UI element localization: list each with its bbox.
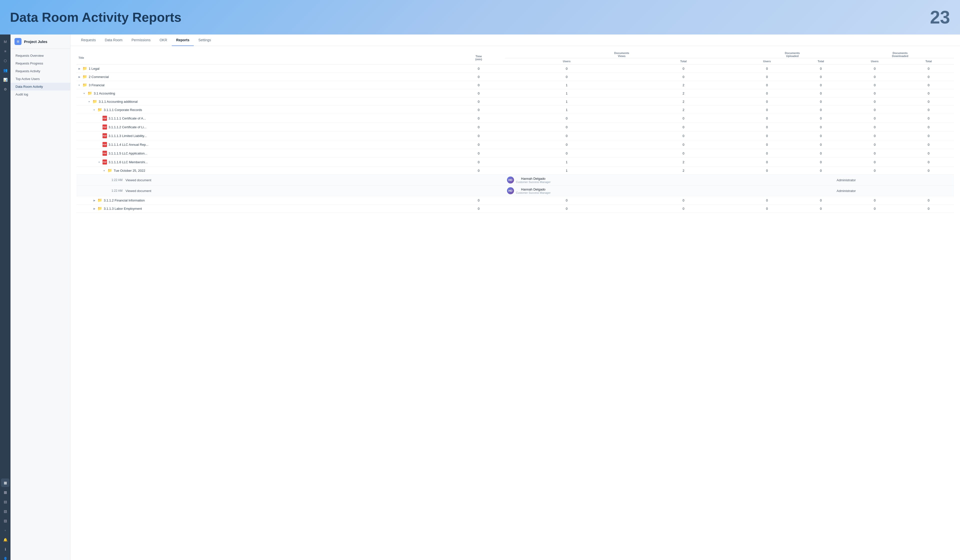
row-du-total: 0 — [795, 81, 846, 89]
row-du-users: 0 — [739, 64, 795, 73]
table-row[interactable]: ▾ 📁 3 Financial 0 1 2 0 0 0 0 — [77, 81, 954, 89]
sidebar-icon-grid2[interactable]: ▩ — [1, 488, 10, 496]
tab-reports[interactable]: Reports — [172, 35, 194, 46]
tab-data-room[interactable]: Data Room — [100, 35, 127, 46]
row-dd-users: 0 — [846, 205, 903, 213]
sidebar-icon-settings[interactable]: ⚙ — [1, 85, 10, 93]
row-title-cell: ▶ 📁 3.1.1.3 Labor Employment — [77, 205, 453, 213]
row-chevron[interactable]: ▶ — [93, 199, 96, 202]
table-row[interactable]: PDF 3.1.1.1.4 LLC Annual Rep... 0 0 0 0 … — [77, 140, 954, 149]
table-row[interactable]: ▶ 📁 3.1.1.3 Labor Employment 0 0 0 0 0 0… — [77, 205, 954, 213]
row-dd-users: 0 — [846, 131, 903, 140]
table-row[interactable]: ▶ 📁 1 Legal 0 0 0 0 0 0 0 — [77, 64, 954, 73]
row-time: 0 — [453, 73, 505, 81]
row-name: 1 Legal — [89, 67, 99, 70]
nav-item-requests-progress[interactable]: Requests Progress — [11, 59, 70, 67]
table-row[interactable]: 1:22 AM Viewed document HD Hannah Delgad… — [77, 175, 954, 186]
row-dd-total: 0 — [903, 205, 954, 213]
row-chevron[interactable]: ▾ — [104, 169, 106, 172]
row-dv-users: 0 — [505, 205, 629, 213]
row-dd-total: 0 — [903, 64, 954, 73]
row-dv-users: 0 — [505, 73, 629, 81]
row-dv-users: 0 — [505, 149, 629, 158]
row-title-cell: PDF 3.1.1.1.2 Certificate of Li... — [77, 123, 453, 131]
table-row[interactable]: ▶ 📁 2 Commercial 0 0 0 0 0 0 0 — [77, 73, 954, 81]
table-row[interactable]: 1:22 AM Viewed document HD Hannah Delgad… — [77, 186, 954, 196]
tab-settings[interactable]: Settings — [194, 35, 216, 46]
row-name: 3.1.1.1.5 LLC Application... — [109, 152, 147, 155]
row-chevron[interactable]: ▾ — [83, 92, 86, 95]
row-dd-total: 0 — [903, 158, 954, 166]
table-row[interactable]: PDF 3.1.1.1.5 LLC Application... 0 0 0 0… — [77, 149, 954, 158]
activity-action: Viewed document — [125, 178, 151, 182]
nav-item-requests-activity[interactable]: Requests Activity — [11, 67, 70, 75]
sidebar-icon-info[interactable]: ℹ — [1, 545, 10, 554]
tab-permissions[interactable]: Permissions — [127, 35, 155, 46]
sidebar-icon-user[interactable]: 👤 — [1, 555, 10, 560]
row-chevron[interactable]: ▶ — [93, 207, 96, 210]
row-title-cell: ▶ 📁 3.1.1.2 Financial Information — [77, 196, 453, 205]
row-title-cell: PDF 3.1.1.1.3 Limited Liability... — [77, 131, 453, 140]
row-name: 2 Commercial — [89, 75, 109, 79]
activity-group: Administrator — [739, 175, 954, 186]
row-name: 3.1.1.1.2 Certificate of Li... — [109, 125, 147, 129]
user-role: Customer Success Manager — [516, 181, 551, 184]
row-du-total: 0 — [795, 106, 846, 114]
table-row[interactable]: ▾ PDF 3.1.1.1.6 LLC Membershi... 0 1 2 0… — [77, 158, 954, 166]
sidebar-icon-grid6[interactable]: ▫ — [1, 526, 10, 534]
sidebar-icon-chart[interactable]: 📊 — [1, 75, 10, 84]
activity-user-cell: HD Hannah Delgado Customer Success Manag… — [505, 186, 739, 196]
sidebar-icon-grid5[interactable]: ▨ — [1, 517, 10, 525]
nav-item-top-active-users[interactable]: Top Active Users — [11, 75, 70, 83]
row-du-total: 0 — [795, 123, 846, 131]
tab-okr[interactable]: OKR — [155, 35, 171, 46]
row-chevron[interactable]: ▾ — [88, 100, 91, 103]
row-chevron[interactable]: ▾ — [78, 84, 81, 86]
sidebar-icon-users[interactable]: 👥 — [1, 66, 10, 75]
table-row[interactable]: ▶ 📁 3.1.1.2 Financial Information 0 0 0 … — [77, 196, 954, 205]
tab-requests[interactable]: Requests — [77, 35, 100, 46]
pdf-icon: PDF — [102, 151, 107, 156]
app-body: M ≡ ⬡ 👥 📊 ⚙ ▦ ▩ ▤ ▧ ▨ ▫ 🔔 ℹ 👤 ⊞ Project … — [0, 35, 960, 560]
row-chevron[interactable]: ▶ — [78, 67, 81, 70]
row-dv-total: 0 — [629, 131, 739, 140]
sidebar-icon-menu[interactable]: ≡ — [1, 47, 10, 56]
table-row[interactable]: ▾ 📁 3.1.1.1 Corporate Records 0 1 2 0 0 … — [77, 106, 954, 114]
sidebar-icon-grid3[interactable]: ▤ — [1, 498, 10, 506]
row-dv-users: 0 — [505, 123, 629, 131]
row-chevron[interactable]: ▾ — [99, 161, 101, 163]
col-dd-users: Users — [846, 58, 903, 64]
row-du-total: 0 — [795, 114, 846, 123]
sidebar-icon-grid4[interactable]: ▧ — [1, 507, 10, 515]
nav-item-requests-overview[interactable]: Requests Overview — [11, 52, 70, 59]
row-dv-total: 2 — [629, 98, 739, 106]
pdf-icon: PDF — [102, 116, 107, 121]
folder-icon: 📁 — [98, 206, 102, 211]
row-du-total: 0 — [795, 196, 846, 205]
nav-item-audit-log[interactable]: Audit log — [11, 91, 70, 98]
user-avatar: HD — [507, 187, 514, 194]
table-row[interactable]: ▾ 📁 3.1 Accounting 0 1 2 0 0 0 0 — [77, 89, 954, 98]
sidebar-icon-bell[interactable]: 🔔 — [1, 536, 10, 544]
row-dd-users: 0 — [846, 196, 903, 205]
row-dv-total: 0 — [629, 140, 739, 149]
row-name: 3.1.1.2 Financial Information — [104, 198, 145, 202]
row-du-total: 0 — [795, 64, 846, 73]
table-row[interactable]: PDF 3.1.1.1.3 Limited Liability... 0 0 0… — [77, 131, 954, 140]
col-group-doc-views: DocumentsViews — [505, 50, 739, 58]
sidebar-icon-m[interactable]: M — [1, 37, 10, 46]
sidebar-icon-layers[interactable]: ⬡ — [1, 56, 10, 65]
row-chevron[interactable]: ▾ — [93, 109, 96, 111]
table-row[interactable]: PDF 3.1.1.1.1 Certificate of A... 0 0 0 … — [77, 114, 954, 123]
row-name: 3.1.1.1.6 LLC Membershi... — [109, 160, 148, 164]
top-nav: Requests Data Room Permissions OKR Repor… — [70, 35, 960, 46]
row-dd-users: 0 — [846, 158, 903, 166]
folder-icon: 📁 — [83, 66, 87, 71]
sidebar-icon-grid1[interactable]: ▦ — [1, 478, 10, 487]
nav-item-data-room-activity[interactable]: Data Room Activity — [11, 83, 70, 91]
row-chevron[interactable]: ▶ — [78, 75, 81, 78]
table-header-group: Title Time(min) DocumentsViews Documents… — [77, 50, 954, 58]
table-row[interactable]: ▾ 📁 3.1.1 Accounting additional 0 1 2 0 … — [77, 98, 954, 106]
table-row[interactable]: PDF 3.1.1.1.2 Certificate of Li... 0 0 0… — [77, 123, 954, 131]
table-row[interactable]: ▾ 📁 Tue October 25, 2022 0 1 2 0 0 0 0 — [77, 166, 954, 175]
